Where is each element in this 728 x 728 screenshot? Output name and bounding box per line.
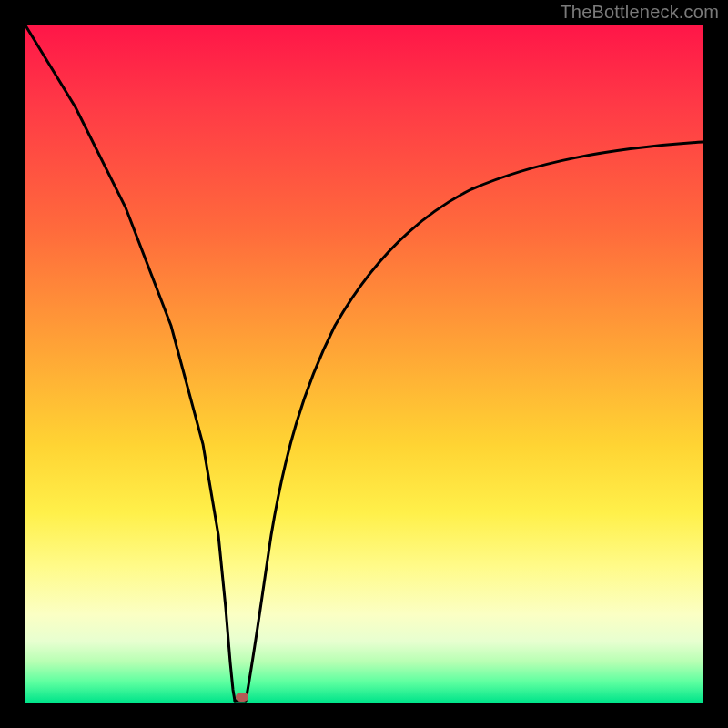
bottleneck-curve [25,25,703,703]
curve-right-branch [246,142,703,701]
chart-frame: TheBottleneck.com [0,0,728,728]
watermark-text: TheBottleneck.com [560,2,719,23]
plot-area [25,25,703,703]
curve-left-branch [25,25,235,701]
trough-marker [236,693,248,702]
